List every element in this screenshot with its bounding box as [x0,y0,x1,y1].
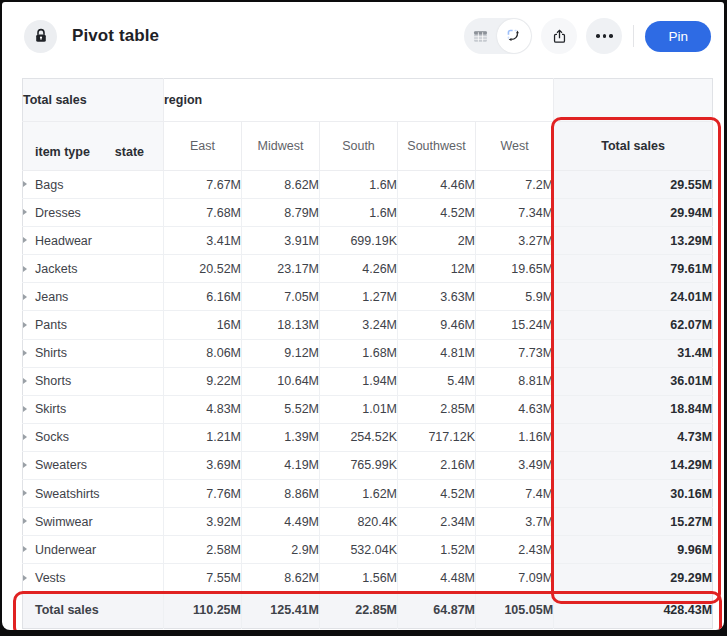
cell-value: 8.86M [242,480,320,508]
pivot-view-button[interactable] [497,19,531,53]
expand-row-icon[interactable] [23,322,27,328]
cell-value: 16M [164,311,242,339]
row-label[interactable]: Jeans [23,283,164,311]
measure-header[interactable]: Total sales [23,79,164,122]
column-header-east[interactable]: East [164,122,242,171]
row-total-value: 24.01M [554,283,713,311]
cell-value: 5.9M [476,283,554,311]
cell-value: 4.46M [398,171,476,199]
cell-value: 3.69M [164,451,242,479]
cell-value: 12M [398,255,476,283]
row-total-value: 79.61M [554,255,713,283]
cell-value: 20.52M [164,255,242,283]
row-label-text: Shirts [35,346,67,360]
pin-button[interactable]: Pin [645,21,711,52]
cell-value: 8.81M [476,367,554,395]
row-label[interactable]: Pants [23,311,164,339]
cell-value: 4.83M [164,395,242,423]
row-label-text: Pants [35,318,67,332]
row-label-text: Underwear [35,543,96,557]
row-label[interactable]: Headwear [23,227,164,255]
row-label-text: Socks [35,430,69,444]
cell-value: 7.34M [476,199,554,227]
cell-value: 4.52M [398,199,476,227]
expand-row-icon[interactable] [23,406,27,412]
total-column-header[interactable]: Total sales [554,122,713,171]
row-label-text: Skirts [35,402,66,416]
expand-row-icon[interactable] [23,237,27,243]
expand-row-icon[interactable] [23,518,27,524]
expand-row-icon[interactable] [23,434,27,440]
expand-row-icon[interactable] [23,462,27,468]
expand-row-icon[interactable] [23,378,27,384]
row-label[interactable]: Skirts [23,395,164,423]
column-header-southwest[interactable]: Southwest [398,122,476,171]
row-total-value: 15.27M [554,508,713,536]
grand-total-value: 22.85M [320,592,398,629]
cell-value: 1.27M [320,283,398,311]
column-group-header[interactable]: region [164,79,554,122]
expand-row-icon[interactable] [23,181,27,187]
row-label-text: Headwear [35,234,92,248]
row-total-value: 29.55M [554,171,713,199]
cell-value: 1.16M [476,423,554,451]
cell-value: 7.73M [476,339,554,367]
row-label-text: Vests [35,571,66,585]
column-header-midwest[interactable]: Midwest [242,122,320,171]
table-row: Shorts9.22M10.64M1.94M5.4M8.81M36.01M [23,367,713,395]
cell-value: 4.19M [242,451,320,479]
expand-row-icon[interactable] [23,490,27,496]
row-total-value: 18.84M [554,395,713,423]
row-label[interactable]: Dresses [23,199,164,227]
row-label[interactable]: Swimwear [23,508,164,536]
cell-value: 8.62M [242,564,320,592]
cell-value: 1.62M [320,480,398,508]
expand-row-icon[interactable] [23,209,27,215]
expand-row-icon[interactable] [23,575,27,581]
cell-value: 7.09M [476,564,554,592]
row-header-state[interactable]: state [115,145,144,159]
cell-value: 2M [398,227,476,255]
app-window: Pivot table [2,2,724,630]
row-label[interactable]: Vests [23,564,164,592]
cell-value: 15.24M [476,311,554,339]
cell-value: 7.67M [164,171,242,199]
cell-value: 6.16M [164,283,242,311]
row-label[interactable]: Shorts [23,367,164,395]
grand-total-row: Total sales 110.25M 125.41M 22.85M 64.87… [23,592,713,629]
cell-value: 7.55M [164,564,242,592]
cell-value: 254.52K [320,423,398,451]
row-label-text: Sweatshirts [35,487,100,501]
row-header-item-type[interactable]: item type [35,145,90,159]
cell-value: 532.04K [320,536,398,564]
expand-row-icon[interactable] [23,546,27,552]
share-button[interactable] [541,18,577,54]
row-label[interactable]: Socks [23,423,164,451]
column-header-west[interactable]: West [476,122,554,171]
cell-value: 9.46M [398,311,476,339]
toolbar: Pin [464,18,711,54]
cell-value: 4.26M [320,255,398,283]
expand-row-icon[interactable] [23,350,27,356]
cell-value: 1.39M [242,423,320,451]
row-label[interactable]: Sweaters [23,451,164,479]
cell-value: 7.2M [476,171,554,199]
row-label[interactable]: Bags [23,171,164,199]
cell-value: 1.68M [320,339,398,367]
row-label[interactable]: Jackets [23,255,164,283]
cell-value: 9.22M [164,367,242,395]
cell-value: 1.6M [320,199,398,227]
expand-row-icon[interactable] [23,294,27,300]
expand-row-icon[interactable] [23,266,27,272]
table-view-button[interactable] [464,18,497,54]
row-headers-cell: item type state [23,122,164,171]
more-icon [596,34,600,38]
cell-value: 23.17M [242,255,320,283]
row-total-value: 14.29M [554,451,713,479]
row-label[interactable]: Underwear [23,536,164,564]
row-label[interactable]: Sweatshirts [23,480,164,508]
column-header-south[interactable]: South [320,122,398,171]
total-column-spacer [554,79,713,122]
row-label[interactable]: Shirts [23,339,164,367]
more-button[interactable] [586,18,622,54]
